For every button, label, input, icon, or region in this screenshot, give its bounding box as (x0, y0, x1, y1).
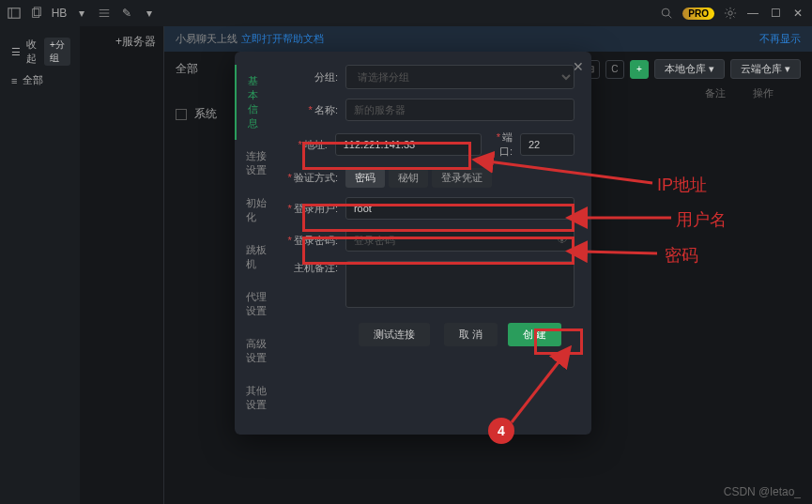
tab-proxy[interactable]: 代理设置 (235, 281, 280, 328)
tool-plus-button[interactable]: + (630, 60, 649, 79)
address-input[interactable] (335, 133, 482, 156)
add-server-button[interactable]: +服务器 (115, 35, 156, 48)
notice-link[interactable]: 立即打开帮助文档 (241, 32, 324, 46)
tab-basic-info[interactable]: 基本信息 (235, 65, 280, 140)
all-label[interactable]: 全部 (23, 73, 43, 87)
minimize-icon[interactable]: — (746, 7, 759, 20)
titlebar: HB ▾ ✎ ▾ PRO — ☐ ✕ (0, 0, 812, 26)
test-connection-button[interactable]: 测试连接 (359, 323, 430, 346)
label-auth-type: *验证方式: (283, 171, 338, 185)
pencil-icon[interactable]: ✎ (120, 7, 133, 20)
login-user-input[interactable] (345, 197, 575, 220)
chevron-down-icon[interactable]: ▾ (75, 7, 88, 20)
sidebar-secondary: +服务器 (80, 26, 164, 504)
label-login-user: *登录用户: (283, 202, 338, 216)
tab-jump[interactable]: 跳板机 (235, 234, 280, 281)
label-port: *端口: (489, 130, 513, 159)
name-input[interactable] (345, 99, 575, 121)
svg-rect-0 (8, 8, 20, 19)
row-name: 系统 (194, 106, 217, 122)
tab-init[interactable]: 初始化 (235, 187, 280, 234)
collapse-icon[interactable]: ☰ (11, 46, 21, 58)
auth-key[interactable]: 秘钥 (389, 168, 428, 188)
modal-close-button[interactable]: ✕ (573, 59, 584, 74)
gear-icon[interactable] (724, 7, 737, 20)
label-host-note: 主机备注: (283, 261, 338, 275)
svg-point-9 (728, 11, 732, 15)
auth-credential[interactable]: 登录凭证 (432, 168, 492, 188)
local-repo-dropdown[interactable]: 本地仓库 ▾ (654, 59, 725, 79)
pro-badge: PRO (682, 8, 714, 20)
list-icon[interactable] (98, 7, 111, 20)
tool-c-icon[interactable]: C (605, 60, 624, 79)
create-button[interactable]: 创 建 (508, 323, 561, 346)
notice-bar: 小易聊天上线 立即打开帮助文档 不再显示 (164, 26, 812, 52)
tab-all[interactable]: 全部 (176, 61, 198, 77)
col-note: 备注 (705, 86, 726, 100)
modal-tabs: 基本信息 连接设置 初始化 跳板机 代理设置 高级设置 其他设置 (235, 52, 280, 435)
collapse-label[interactable]: 收起 (26, 38, 37, 66)
label-group: 分组: (283, 70, 338, 84)
search-icon[interactable] (660, 7, 673, 20)
cloud-repo-dropdown[interactable]: 云端仓库 ▾ (730, 59, 801, 79)
label-address: *地址: (283, 138, 328, 152)
close-icon[interactable]: ✕ (791, 7, 804, 20)
panel-left-icon[interactable] (8, 7, 21, 20)
group-select[interactable]: 请选择分组 (345, 65, 575, 89)
copy-icon[interactable] (30, 7, 43, 20)
create-server-modal: ✕ 基本信息 连接设置 初始化 跳板机 代理设置 高级设置 其他设置 分组: 请… (235, 52, 591, 435)
notice-dismiss[interactable]: 不再显示 (759, 32, 801, 46)
row-checkbox[interactable] (176, 109, 187, 120)
notice-text: 小易聊天上线 (176, 32, 237, 46)
anno-step-4: 4 (488, 418, 514, 444)
tab-other[interactable]: 其他设置 (235, 374, 280, 421)
svg-point-7 (663, 8, 670, 16)
maximize-icon[interactable]: ☐ (769, 7, 782, 20)
password-toggle-icon[interactable]: 👁 (558, 236, 567, 246)
port-input[interactable] (520, 133, 575, 156)
tab-connection[interactable]: 连接设置 (235, 140, 280, 187)
sidebar-primary: ☰ 收起 +分组 ≡ 全部 (0, 26, 80, 504)
hb-icon[interactable]: HB (53, 7, 66, 20)
host-note-textarea[interactable] (345, 261, 575, 308)
col-action: 操作 (726, 86, 801, 100)
auth-password[interactable]: 密码 (345, 168, 385, 188)
all-icon[interactable]: ≡ (11, 75, 17, 86)
label-name: *名称: (283, 103, 338, 117)
login-pass-input[interactable] (345, 229, 575, 252)
watermark: CSDN @letao_ (724, 485, 801, 498)
tab-advanced[interactable]: 高级设置 (235, 328, 280, 374)
chevron-down-icon[interactable]: ▾ (143, 7, 156, 20)
cancel-button[interactable]: 取 消 (444, 323, 498, 346)
svg-line-8 (669, 15, 672, 18)
label-login-pass: *登录密码: (283, 234, 338, 248)
add-group-button[interactable]: +分组 (44, 38, 70, 66)
